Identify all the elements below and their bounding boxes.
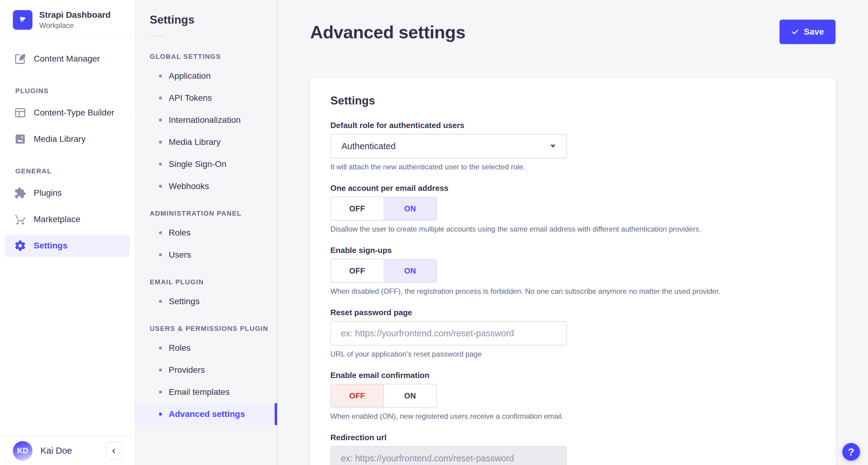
reset-password-page-input[interactable] (330, 321, 567, 346)
subnav-item-admin-roles[interactable]: Roles (135, 222, 277, 244)
sidebar-section-general: GENERAL (15, 167, 130, 175)
field-label: Default role for authenticated users (330, 121, 815, 130)
sidebar-item-settings[interactable]: Settings (5, 235, 130, 257)
sidebar-item-plugins[interactable]: Plugins (5, 182, 130, 204)
user-name: Kai Doe (40, 446, 98, 456)
sidebar-nav: Content Manager PLUGINS Content-Type Bui… (0, 40, 135, 261)
subnav-item-advanced-settings[interactable]: Advanced settings (135, 403, 277, 425)
bullet-icon (159, 231, 162, 234)
bullet-icon (159, 75, 162, 78)
sidebar-footer: KD Kai Doe (0, 436, 135, 465)
bullet-icon (159, 300, 162, 303)
field-default-role: Default role for authenticated users Aut… (330, 121, 815, 171)
toggle-off-option[interactable]: OFF (331, 259, 383, 282)
sidebar-item-label: Media Library (34, 134, 86, 144)
save-button-label: Save (804, 27, 824, 37)
card-title: Settings (330, 94, 815, 107)
sidebar-item-label: Settings (34, 241, 67, 251)
toggle-on-option[interactable]: ON (383, 197, 436, 220)
subnav-item-api-tokens[interactable]: API Tokens (135, 87, 277, 109)
bullet-icon (159, 163, 162, 166)
image-icon (14, 133, 26, 145)
subnav-item-webhooks[interactable]: Webhooks (135, 175, 277, 197)
subnav-item-label: Media Library (169, 137, 221, 147)
subnav-item-single-sign-on[interactable]: Single Sign-On (135, 153, 277, 175)
toggle-off-option[interactable]: OFF (331, 197, 383, 220)
select-value: Authenticated (341, 141, 396, 151)
subnav-item-label: Email templates (169, 387, 229, 397)
subnav-item-email-settings[interactable]: Settings (135, 290, 277, 313)
bullet-icon (159, 96, 162, 99)
help-button[interactable]: ? (842, 443, 860, 461)
subnav-item-label: Roles (169, 343, 191, 353)
field-hint: When enabled (ON), new registered users … (330, 412, 815, 420)
sidebar-item-content-manager[interactable]: Content Manager (5, 48, 130, 70)
field-hint: Disallow the user to create multiple acc… (330, 225, 815, 233)
field-one-account-per-email: One account per email address OFF ON Dis… (330, 183, 815, 233)
bullet-icon (159, 390, 162, 394)
subnav-item-internationalization[interactable]: Internationalization (135, 109, 277, 131)
subnav-item-label: Advanced settings (169, 409, 245, 419)
page-header: Advanced settings Save (310, 20, 836, 44)
sidebar-item-label: Plugins (34, 188, 62, 198)
chevron-left-icon (110, 447, 118, 455)
subnav-item-label: Application (169, 71, 211, 81)
one-account-per-email-toggle: OFF ON (330, 197, 437, 221)
subnav-item-email-templates[interactable]: Email templates (135, 381, 277, 403)
toggle-off-option[interactable]: OFF (331, 384, 383, 407)
subnav-section-administration-panel: ADMINISTRATION PANEL (150, 209, 277, 217)
sidebar-item-content-type-builder[interactable]: Content-Type Builder (5, 102, 130, 124)
subnav-item-label: Settings (169, 296, 199, 306)
field-label: Enable email confirmation (330, 371, 815, 380)
field-hint: URL of your application's reset password… (330, 350, 815, 358)
check-icon (791, 28, 799, 36)
toggle-on-option[interactable]: ON (383, 259, 436, 282)
strapi-logo (13, 10, 32, 30)
page-title: Advanced settings (310, 22, 465, 42)
subnav-section-email-plugin: EMAIL PLUGIN (150, 278, 277, 286)
sidebar-item-label: Marketplace (34, 214, 81, 224)
subnav-item-label: Internationalization (169, 115, 241, 125)
save-button[interactable]: Save (779, 20, 836, 44)
subnav-item-admin-users[interactable]: Users (135, 244, 277, 266)
sidebar-item-label: Content-Type Builder (34, 108, 114, 118)
toggle-on-option[interactable]: ON (383, 384, 436, 407)
subnav-item-up-roles[interactable]: Roles (135, 337, 277, 359)
workspace-header[interactable]: Strapi Dashboard Workplace (0, 0, 135, 40)
subnav-item-media-library[interactable]: Media Library (135, 131, 277, 153)
field-enable-email-confirmation: Enable email confirmation OFF ON When en… (330, 371, 815, 420)
subnav-divider (150, 35, 164, 36)
enable-sign-ups-toggle: OFF ON (330, 259, 437, 283)
field-label: Enable sign-ups (330, 246, 815, 255)
bullet-icon (159, 119, 162, 122)
default-role-select[interactable]: Authenticated (330, 134, 567, 158)
enable-email-confirmation-toggle: OFF ON (330, 384, 437, 408)
sidebar-section-plugins: PLUGINS (15, 87, 130, 95)
bullet-icon (159, 185, 162, 188)
bullet-icon (159, 253, 162, 256)
subnav-item-label: Providers (169, 365, 205, 375)
bullet-icon (159, 346, 162, 350)
field-label: Reset password page (330, 308, 815, 317)
chevron-down-icon (550, 145, 556, 148)
subnav-item-providers[interactable]: Providers (135, 359, 277, 381)
main-sidebar: Strapi Dashboard Workplace Content Manag… (0, 0, 135, 465)
subnav-item-label: Webhooks (169, 181, 209, 191)
bullet-icon (159, 413, 162, 416)
field-label: One account per email address (330, 183, 815, 193)
feather-pen-icon (14, 53, 26, 65)
field-hint: When disabled (OFF), the registration pr… (330, 287, 815, 296)
subnav-section-global-settings: GLOBAL SETTINGS (150, 53, 277, 61)
subnav-item-label: Single Sign-On (169, 159, 226, 169)
subnav-item-application[interactable]: Application (135, 65, 277, 87)
sidebar-item-media-library[interactable]: Media Library (5, 128, 130, 150)
collapse-sidebar-button[interactable] (106, 442, 122, 460)
subnav-item-label: API Tokens (169, 93, 212, 103)
field-hint: It will attach the new authenticated use… (330, 163, 815, 171)
workspace-title: Strapi Dashboard (39, 10, 111, 20)
workspace-subtitle: Workplace (39, 21, 111, 30)
subnav-item-label: Roles (169, 228, 191, 238)
sidebar-item-marketplace[interactable]: Marketplace (5, 208, 130, 230)
redirection-url-input (330, 446, 567, 465)
avatar[interactable]: KD (13, 441, 32, 461)
